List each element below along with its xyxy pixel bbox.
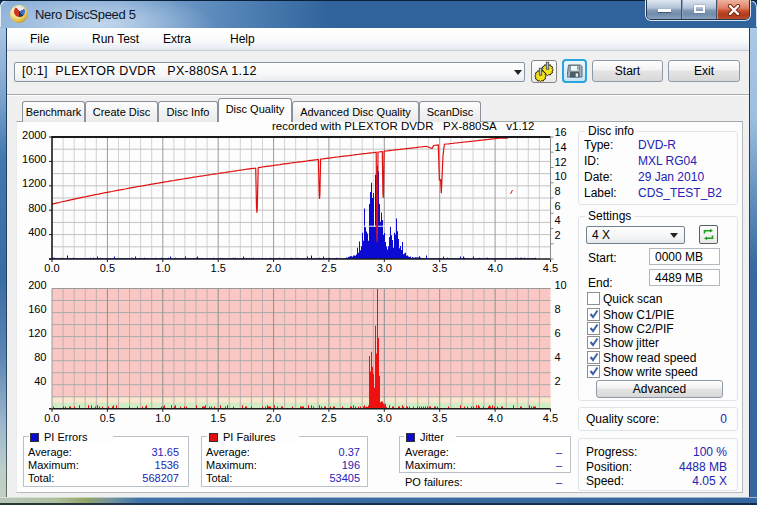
svg-text:10: 10 [555,279,567,291]
svg-text:2.5: 2.5 [321,412,336,424]
svg-text:1600: 1600 [22,153,46,165]
svg-text:6: 6 [555,200,561,212]
svg-text:1.5: 1.5 [211,262,226,274]
svg-text:0.0: 0.0 [44,412,59,424]
svg-text:14: 14 [555,141,567,153]
svg-text:3.5: 3.5 [432,412,447,424]
svg-text:3.0: 3.0 [377,262,392,274]
svg-text:0.5: 0.5 [100,262,115,274]
svg-text:4: 4 [555,351,561,363]
svg-text:120: 120 [28,327,46,339]
svg-text:3.5: 3.5 [432,262,447,274]
svg-text:4.5: 4.5 [543,262,558,274]
svg-text:1.0: 1.0 [155,262,170,274]
svg-text:6: 6 [555,327,561,339]
svg-text:2.5: 2.5 [321,262,336,274]
svg-text:4.0: 4.0 [487,262,502,274]
svg-text:1.5: 1.5 [211,412,226,424]
svg-text:8: 8 [555,185,561,197]
svg-text:8: 8 [555,303,561,315]
svg-text:4.0: 4.0 [487,412,502,424]
svg-text:4.5: 4.5 [543,412,558,424]
svg-text:400: 400 [28,226,46,238]
svg-text:40: 40 [34,375,46,387]
svg-text:200: 200 [28,279,46,291]
svg-text:0.0: 0.0 [44,262,59,274]
svg-text:800: 800 [28,202,46,214]
svg-text:2: 2 [555,229,561,241]
svg-text:4: 4 [555,214,561,226]
svg-text:2: 2 [555,375,561,387]
svg-text:1200: 1200 [22,177,46,189]
svg-text:16: 16 [555,126,567,138]
svg-text:80: 80 [34,351,46,363]
svg-text:0.5: 0.5 [100,412,115,424]
svg-text:10: 10 [555,170,567,182]
svg-text:12: 12 [555,156,567,168]
svg-text:recorded with PLEXTOR DVDR P: recorded with PLEXTOR DVDR PX-880SA v1.1… [272,120,534,132]
svg-text:1.0: 1.0 [155,412,170,424]
svg-text:2.0: 2.0 [266,412,281,424]
svg-text:3.0: 3.0 [377,412,392,424]
svg-text:2000: 2000 [22,129,46,141]
svg-text:160: 160 [28,303,46,315]
svg-text:2.0: 2.0 [266,262,281,274]
